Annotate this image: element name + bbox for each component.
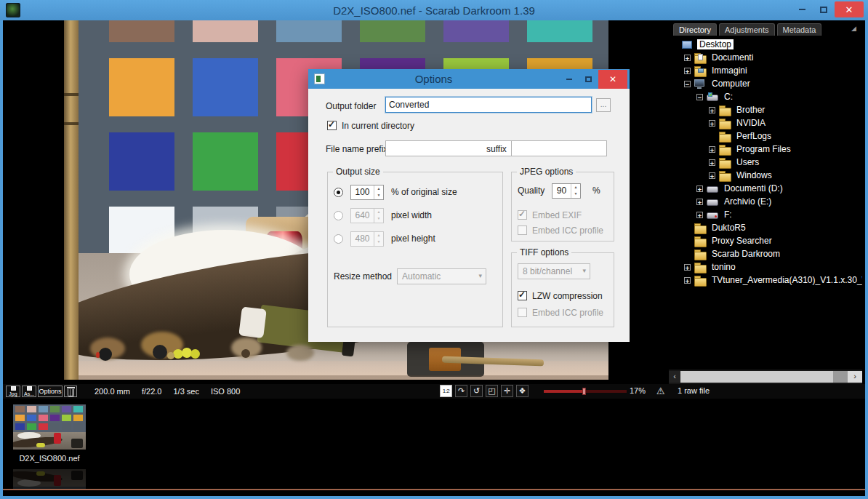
delete-button[interactable]	[64, 386, 77, 397]
tree-item-label: Program Files	[734, 144, 793, 154]
tree-item-tvtuner-avermedia-a310-v1-1-x-30-win7x[interactable]: +TVtuner_Avermedia(A310)_V1.1.x.30_Win7X	[669, 274, 862, 287]
expand-icon[interactable]: +	[684, 55, 691, 61]
jpeg-quality-spinner[interactable]: 90 ▲▼	[552, 183, 581, 199]
tree-item-computer[interactable]: −Computer	[669, 77, 862, 90]
tree-item-brother[interactable]: +Brother	[669, 103, 862, 116]
panel-corner-icon[interactable]: ◢	[851, 25, 856, 32]
dialog-close-button[interactable]: ✕	[598, 70, 627, 89]
rotate-reset-button[interactable]: ↺	[470, 385, 483, 397]
thumbnail-reflection	[13, 469, 86, 489]
tree-item-nvidia[interactable]: +NVIDIA	[669, 116, 862, 129]
tree-item-windows[interactable]: +Windows	[669, 169, 862, 182]
tab-metadata[interactable]: Metadata	[777, 23, 822, 36]
lzw-compression-checkbox[interactable]	[518, 291, 527, 300]
tree-item-documenti-d[interactable]: +Documenti (D:)	[669, 182, 862, 195]
minimize-button[interactable]	[791, 1, 813, 17]
thumb-checker-patch	[50, 406, 60, 412]
dialog-minimize-button[interactable]	[559, 71, 579, 87]
browse-button[interactable]: ...	[596, 98, 611, 112]
radio-percent-of-original[interactable]	[334, 188, 343, 197]
suffix-label: suffix	[486, 144, 507, 154]
thumbnail-filename: D2X_ISO800.nef	[7, 454, 92, 463]
expand-icon[interactable]: +	[696, 199, 703, 205]
tree-item-label: Scarab Darkroom	[710, 249, 782, 259]
dialog-titlebar[interactable]: Options ✕	[308, 69, 630, 89]
tree-item-label: C:	[722, 92, 735, 102]
close-button[interactable]: ✕	[835, 1, 864, 17]
table-shadow	[64, 375, 608, 380]
tree-item-documenti[interactable]: +Documenti	[669, 51, 862, 64]
tree-item-program-files[interactable]: +Program Files	[669, 143, 862, 156]
convert-jpg-button[interactable]: Jpg	[6, 386, 20, 397]
scrollbar-track[interactable]	[680, 371, 848, 383]
collapse-icon[interactable]: −	[696, 94, 703, 100]
in-current-directory-checkbox[interactable]	[327, 121, 337, 130]
tree-item-label: Users	[734, 157, 761, 167]
expand-icon[interactable]: +	[684, 264, 691, 271]
convert-as-button[interactable]: As...	[22, 386, 36, 397]
options-button[interactable]: Options	[38, 386, 63, 397]
tree-item-duktor5[interactable]: +DuktoR5	[669, 221, 862, 234]
folder-icon	[719, 158, 731, 167]
spin-up-icon: ▲	[374, 232, 383, 239]
trash-icon	[68, 389, 74, 396]
thumb-checker-patch	[62, 423, 71, 430]
zoom-slider[interactable]	[544, 390, 627, 393]
expand-icon[interactable]: +	[709, 159, 715, 166]
dropdown-arrow-icon: ▾	[582, 267, 586, 274]
tree-item-tonino[interactable]: +tonino	[669, 260, 862, 274]
window-title: D2X_ISO800.nef - Scarab Darkroom 1.39	[0, 4, 868, 17]
tree-horizontal-scrollbar[interactable]: ‹ ›	[669, 370, 862, 384]
expand-icon[interactable]: +	[709, 172, 715, 179]
tree-item-desktop[interactable]: +Desktop	[669, 38, 862, 51]
radio-pixel-height[interactable]	[334, 234, 343, 244]
expand-icon[interactable]: +	[696, 185, 703, 192]
crop-button[interactable]: ◰	[486, 385, 498, 397]
expand-icon[interactable]: +	[684, 277, 691, 284]
output-size-group: Output size 100 ▲▼ % of original size 64…	[327, 172, 503, 327]
spin-up-icon: ▲	[571, 184, 580, 191]
scroll-left-icon[interactable]: ‹	[669, 371, 680, 383]
expand-icon[interactable]: +	[709, 146, 715, 153]
tree-item-scarab-darkroom[interactable]: +Scarab Darkroom	[669, 247, 862, 260]
tree-item-f[interactable]: +F:	[669, 208, 862, 221]
thumb-checker-patch	[27, 423, 36, 430]
pan-button[interactable]: ✛	[501, 385, 513, 397]
scrollbar-thumb[interactable]	[680, 371, 833, 383]
radio-pixel-width[interactable]	[334, 211, 343, 220]
fit-to-window-button[interactable]: ❖	[516, 385, 529, 397]
tree-item-immagini[interactable]: +Immagini	[669, 64, 862, 77]
dialog-maximize-button[interactable]	[579, 71, 598, 87]
output-folder-input[interactable]	[385, 97, 592, 113]
rotate-right-button[interactable]: ↷	[455, 385, 467, 397]
percent-size-spinner[interactable]: 100 ▲▼	[350, 185, 384, 200]
thumb-checker-patch	[15, 423, 25, 430]
tree-item-c[interactable]: −C:	[669, 90, 862, 103]
scroll-right-icon[interactable]: ›	[848, 371, 862, 383]
zoom-1-2-button[interactable]: 1:2	[440, 385, 452, 397]
filmstrip-thumbnail[interactable]	[13, 404, 86, 450]
resize-method-dropdown: Automatic ▾	[397, 268, 486, 284]
tab-adjustments[interactable]: Adjustments	[719, 23, 775, 36]
zoom-slider-thumb[interactable]	[582, 388, 586, 395]
expand-icon[interactable]: +	[684, 68, 691, 74]
thumb-checker-patch	[15, 415, 25, 421]
app-window: D2X_ISO800.nef - Scarab Darkroom 1.39 ✕	[0, 0, 868, 499]
dropdown-arrow-icon: ▾	[478, 272, 482, 279]
expand-icon[interactable]: +	[696, 212, 703, 218]
convert-jpg-label: Jpg	[9, 391, 17, 396]
maximize-button[interactable]	[813, 1, 835, 17]
tab-directory[interactable]: Directory	[673, 23, 717, 36]
tree-item-perflogs[interactable]: +PerfLogs	[669, 129, 862, 143]
collapse-icon[interactable]: −	[684, 81, 691, 87]
tree-item-archivio-e[interactable]: +Archivio (E:)	[669, 195, 862, 208]
window-titlebar[interactable]: D2X_ISO800.nef - Scarab Darkroom 1.39 ✕	[0, 0, 868, 20]
tree-item-users[interactable]: +Users	[669, 156, 862, 169]
tree-item-label: Computer	[710, 79, 752, 89]
folder-icon	[719, 105, 731, 115]
expand-icon[interactable]: +	[709, 107, 715, 113]
expand-icon[interactable]: +	[709, 120, 715, 127]
suffix-input[interactable]	[511, 140, 607, 156]
checker-patch	[193, 132, 258, 191]
tree-item-proxy-searcher[interactable]: +Proxy Searcher	[669, 234, 862, 247]
